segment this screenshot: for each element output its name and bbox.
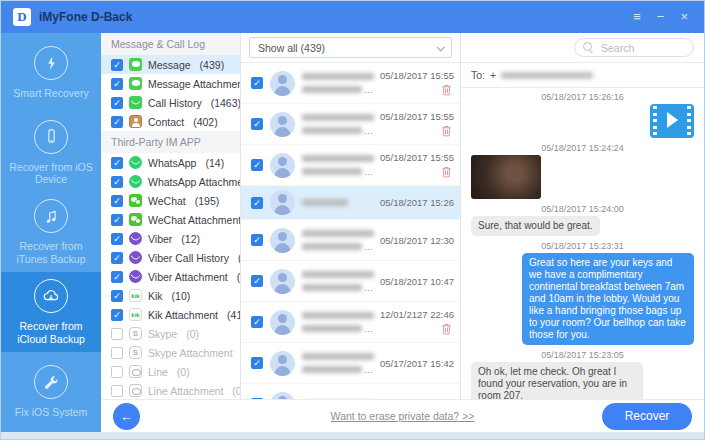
sidebar-item-label: Recover from iTunes Backup [7,240,95,265]
sidebar-item-smart-recovery[interactable]: Smart Recovery [1,33,101,113]
message-preview-redacted: … [302,155,373,175]
row-checkbox[interactable] [251,77,263,89]
category-item[interactable]: Skype 0 [101,324,240,343]
category-item[interactable]: WeChat Attachment 37368 [101,210,240,229]
category-checklist: Message & Call Log Message 439 Message A… [101,33,241,399]
category-count: 41 [227,309,241,321]
category-item[interactable]: Kik 10 [101,286,240,305]
checkbox[interactable] [111,271,123,283]
message-row[interactable]: … 12/01/2127 22:46 [241,302,460,343]
app-logo-icon: D [13,8,31,26]
sidebar-item-recover-from-icloud-backup[interactable]: Recover from iCloud Backup [1,272,101,352]
category-item[interactable]: Line 0 [101,362,240,381]
row-checkbox[interactable] [251,197,263,209]
message-preview-redacted: … [302,271,373,291]
chat-message-row: Great so here are your keys and we have … [471,253,694,345]
checkbox[interactable] [111,195,123,207]
row-checkbox[interactable] [251,159,263,171]
contact-avatar [270,190,295,215]
back-button[interactable]: ← [113,403,140,430]
row-checkbox[interactable] [251,234,263,246]
close-icon[interactable]: × [680,9,688,25]
category-label: Viber [148,233,172,245]
category-item[interactable]: Viber 12 [101,229,240,248]
checkbox[interactable] [111,328,123,340]
message-preview-redacted: … [302,114,373,134]
search-input[interactable] [599,41,685,55]
ios-device-icon [34,120,68,154]
checkbox[interactable] [111,290,123,302]
checkbox[interactable] [111,214,123,226]
recover-button[interactable]: Recover [602,403,692,430]
search-box[interactable] [574,38,694,57]
message-row[interactable]: … 05/18/2017 15:55 [241,145,460,186]
message-row[interactable]: … 05/18/2017 12:30 [241,220,460,261]
message-preview-redacted: … [302,353,373,373]
checkbox[interactable] [111,78,123,90]
category-item[interactable]: WeChat 195 [101,191,240,210]
category-label: Line [148,366,168,378]
sidebar-item-fix-ios-system[interactable]: Fix iOS System [1,352,101,432]
category-label: Call History [148,97,202,109]
row-checkbox[interactable] [251,275,263,287]
message-row[interactable]: … 05/18/2017 15:55 [241,104,460,145]
chat-thread: 05/18/2017 15:26:1605/18/2017 15:24:2405… [461,88,704,399]
minimize-icon[interactable]: − [657,9,665,25]
message-row[interactable]: 05/16/2017 17:52 [241,384,460,399]
category-item[interactable]: Call History 1463 [101,93,240,112]
category-item[interactable]: WhatsApp Attachment 619 [101,172,240,191]
menu-icon[interactable]: ≡ [633,9,641,25]
checkbox[interactable] [111,176,123,188]
checkbox[interactable] [111,252,123,264]
row-checkbox[interactable] [251,316,263,328]
category-item[interactable]: Contact 402 [101,112,240,131]
category-item[interactable]: Message Attachment 9 [101,74,240,93]
checkbox[interactable] [111,59,123,71]
category-item[interactable]: Viber Call History 5 [101,248,240,267]
checkbox[interactable] [111,347,123,359]
category-label: WeChat Attachment [148,214,241,226]
sidebar-item-recover-from-ios-device[interactable]: Recover from iOS Device [1,113,101,193]
category-item[interactable]: Skype Attachment 0 [101,343,240,362]
checkbox[interactable] [111,233,123,245]
sidebar-item-label: Fix iOS System [15,406,87,419]
show-all-dropdown[interactable]: Show all (439) [249,37,452,58]
category-label: Message Attachment [148,78,241,90]
chat-bubble: Sure, that would be great. [471,216,600,236]
message-date: 05/18/2017 15:55 [380,111,454,122]
app-window: D iMyFone D-Back ≡ − × Smart Recovery Re… [0,0,705,440]
search-icon [583,42,594,53]
trash-icon[interactable] [441,166,452,178]
contact-avatar [270,392,295,400]
contact-avatar [270,351,295,376]
category-item[interactable]: Line Attachment 0 [101,381,240,399]
message-row[interactable]: … 05/18/2017 15:55 [241,63,460,104]
category-label: Kik [148,290,163,302]
message-row[interactable]: … 05/18/2017 10:47 [241,261,460,302]
row-checkbox[interactable] [251,118,263,130]
trash-icon[interactable] [441,323,452,335]
trash-icon[interactable] [441,125,452,137]
row-checkbox[interactable] [251,357,263,369]
chat-message-row [471,104,694,138]
checkbox[interactable] [111,97,123,109]
message-row[interactable]: 05/18/2017 15:26 [241,186,460,220]
checkbox[interactable] [111,385,123,397]
category-item[interactable]: WhatsApp 14 [101,153,240,172]
checkbox[interactable] [111,116,123,128]
category-item[interactable]: Message 439 [101,55,240,74]
checkbox[interactable] [111,157,123,169]
message-timestamp: 05/18/2017 15:24:00 [471,204,694,214]
category-label: Viber Call History [148,252,229,264]
checkbox[interactable] [111,309,123,321]
sidebar-item-recover-from-itunes-backup[interactable]: Recover from iTunes Backup [1,193,101,273]
checkbox[interactable] [111,366,123,378]
video-attachment-icon[interactable] [650,104,694,138]
conversation-panel: To: + 05/18/2017 15:26:1605/18/2017 15:2… [461,33,704,399]
category-item[interactable]: Kik Attachment 41 [101,305,240,324]
trash-icon[interactable] [441,84,452,96]
message-row[interactable]: … 05/17/2017 15:42 [241,343,460,384]
photo-attachment[interactable] [471,155,541,199]
category-item[interactable]: Viber Attachment 47 [101,267,240,286]
erase-private-data-link[interactable]: Want to erase private data? >> [331,410,475,422]
